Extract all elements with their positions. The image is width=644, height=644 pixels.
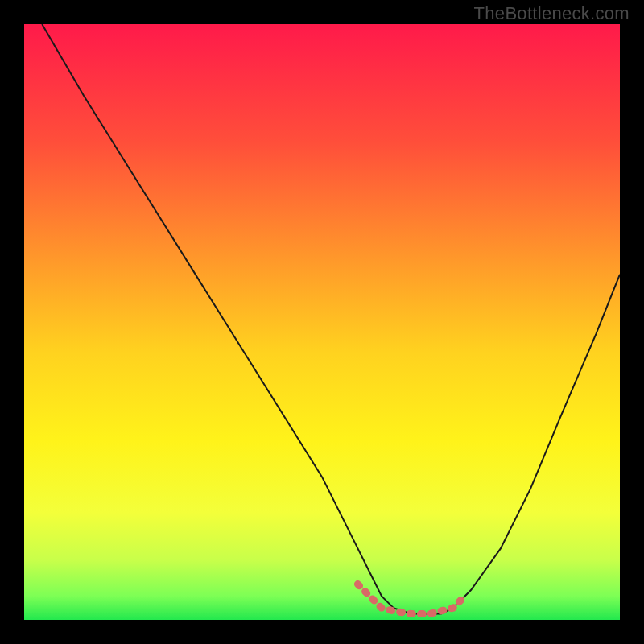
bottom-highlight xyxy=(357,584,464,614)
frame-left xyxy=(0,0,24,644)
frame-bottom xyxy=(0,620,644,644)
curve-layer xyxy=(24,24,620,620)
frame-right xyxy=(620,0,644,644)
plot-area xyxy=(24,24,620,620)
watermark-text: TheBottleneck.com xyxy=(474,3,630,24)
bottleneck-curve xyxy=(42,24,620,614)
